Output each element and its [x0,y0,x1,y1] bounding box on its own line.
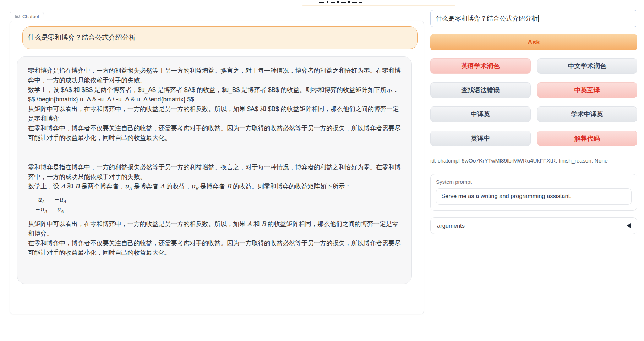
chatbot-label-text: Chatbot [22,14,39,19]
arguments-accordion-label: arguments [437,222,465,229]
bot-answer-raw: 零和博弈是指在博弈中，一方的利益损失必然等于另一方的利益增益。换言之，对于每一种… [28,66,401,143]
question-input-value: 什么是零和博弈？结合公式介绍分析 [436,15,538,22]
quick-button-zh-en-mutual-translate[interactable]: 中英互译 [537,82,638,98]
chat-bubble-icon [15,14,20,19]
bot-paragraph: 数学上，设 $A$ 和 $B$ 是两个博弈者，$u_A$ 是博弈者 $A$ 的收… [28,85,401,95]
user-message-text: 什么是零和博弈？结合公式介绍分析 [28,33,136,42]
payoff-matrix: uA −uA −uA uA [29,195,72,217]
system-prompt-group: System prompt Serve me as a writing and … [430,174,637,211]
matrix-cell: −uA [35,206,47,215]
quick-button-explain-code[interactable]: 解释代码 [537,131,638,146]
quick-button-find-grammar-errors[interactable]: 查找语法错误 [430,82,531,98]
quick-button-zh-to-en[interactable]: 中译英 [430,106,531,122]
matrix-right-bracket [70,195,72,217]
system-prompt-label: System prompt [436,179,632,185]
title-underline-fragment [302,5,455,6]
user-message-bubble: 什么是零和博弈？结合公式介绍分析 [22,26,418,49]
text-cursor [538,15,539,22]
bot-message-bubble: 零和博弈是指在博弈中，一方的利益损失必然等于另一方的利益增益。换言之，对于每一种… [17,56,412,284]
arguments-accordion[interactable]: arguments [430,217,637,234]
matrix-cell: uA [54,206,66,215]
chatbot-panel-label: Chatbot [10,12,44,21]
quick-actions-grid: 英语学术润色 中文学术润色 查找语法错误 中英互译 中译英 学术中译英 英译中 … [430,58,637,146]
bot-paragraph-math: 数学上，设 A 和 B 是两个博弈者，uA 是博弈者 A 的收益，uB 是博弈者… [28,182,401,194]
quick-button-en-to-zh[interactable]: 英译中 [430,131,531,146]
bot-paragraph: 零和博弈是指在博弈中，一方的利益损失必然等于另一方的利益增益。换言之，对于每一种… [28,163,401,182]
question-input[interactable]: 什么是零和博弈？结合公式介绍分析 [430,10,637,27]
system-prompt-value: Serve me as a writing and programming as… [441,193,572,199]
matrix-cell: uA [35,196,47,205]
status-line: id: chatcmpl-6wOo7KrYTwMl89lbrMWRu4UkFFX… [430,158,637,164]
bot-paragraph: 在零和博弈中，博弈者不仅要关注自己的收益，还需要考虑对手的收益。因为一方取得的收… [28,238,401,258]
bot-latex-source-line: $$ \begin{bmatrix} u_A & -u_A \ -u_A & u… [28,95,401,104]
control-column: 什么是零和博弈？结合公式介绍分析 Ask 英语学术润色 中文学术润色 查找语法错… [430,10,637,234]
quick-button-english-academic-polish[interactable]: 英语学术润色 [430,58,531,74]
ask-button[interactable]: Ask [430,34,637,50]
left-triangle-icon [627,223,631,228]
bot-paragraph-math: 从矩阵中可以看出，在零和博弈中，一方的收益是另一方的相反数。所以，如果 A 和 … [28,219,401,238]
system-prompt-input[interactable]: Serve me as a writing and programming as… [436,188,632,205]
matrix-left-bracket [29,195,32,217]
bot-paragraph: 从矩阵中可以看出，在零和博弈中，一方的收益是另一方的相反数。所以，如果 $A$ … [28,104,401,123]
clipped-page-title [319,0,365,3]
matrix-cell: −uA [54,196,66,205]
chatbot-panel: 什么是零和博弈？结合公式介绍分析 零和博弈是指在博弈中，一方的利益损失必然等于另… [10,21,424,314]
quick-button-academic-zh-to-en[interactable]: 学术中译英 [537,106,638,122]
bot-answer-rendered: 零和博弈是指在博弈中，一方的利益损失必然等于另一方的利益增益。换言之，对于每一种… [28,163,401,258]
quick-button-chinese-academic-polish[interactable]: 中文学术润色 [537,58,638,74]
app-canvas: Chatbot 什么是零和博弈？结合公式介绍分析 零和博弈是指在博弈中，一方的利… [0,0,644,341]
bot-paragraph: 在零和博弈中，博弈者不仅要关注自己的收益，还需要考虑对手的收益。因为一方取得的收… [28,123,401,143]
bot-paragraph: 零和博弈是指在博弈中，一方的利益损失必然等于另一方的利益增益。换言之，对于每一种… [28,66,401,85]
